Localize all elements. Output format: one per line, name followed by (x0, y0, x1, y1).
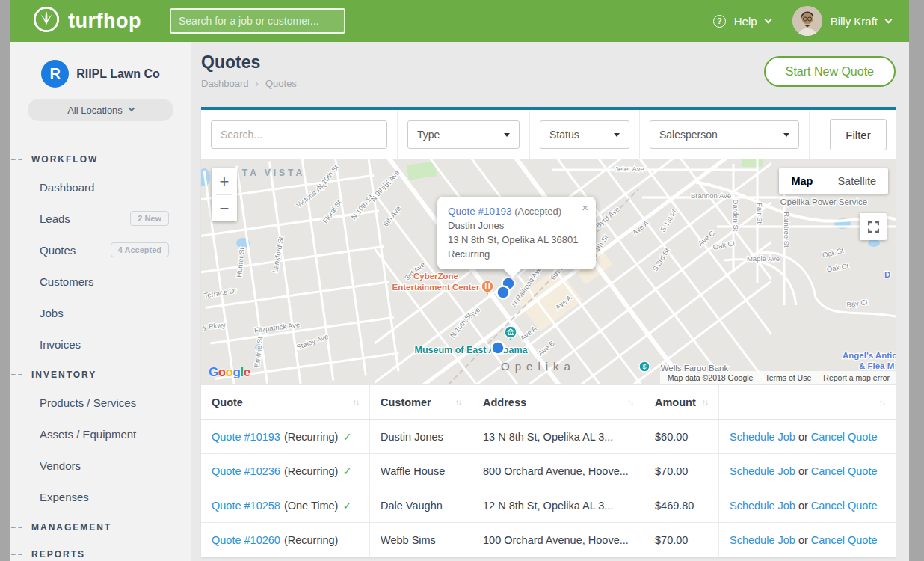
help-menu[interactable]: Help (734, 15, 757, 28)
infowindow-quote-link[interactable]: Quote #10193 (448, 206, 512, 217)
sidebar-item-leads[interactable]: Leads2 New (10, 203, 191, 234)
zoom-in-button[interactable]: + (212, 168, 237, 194)
column-header-quote[interactable]: Quote↑↓ (201, 385, 370, 419)
sidebar-item-badge: 2 New (130, 211, 169, 226)
google-logo[interactable]: Google (209, 365, 250, 380)
column-header-address[interactable]: Address↑↓ (472, 385, 644, 419)
sidebar-item-label: Leads (40, 212, 70, 225)
type-caret-icon (504, 133, 510, 137)
topbar-right: ? Help Billy Kraft (713, 6, 891, 36)
sidebar-section-inventory[interactable]: INVENTORY (10, 363, 191, 387)
section-label: MANAGEMENT (31, 522, 111, 533)
sidebar-item-label: Assets / Equipment (40, 428, 136, 441)
quote-link[interactable]: Quote #10258 (212, 500, 280, 512)
filter-type-group: Type (398, 110, 530, 159)
cancel-quote-link[interactable]: Cancel Quote (811, 534, 878, 546)
sort-icon[interactable]: ↑↓ (873, 398, 885, 406)
column-header-actions[interactable]: ↑↓ (719, 385, 896, 419)
zoom-out-button[interactable]: − (212, 195, 237, 221)
map-poi-cyberzone-line2[interactable]: Entertainment Center (392, 283, 480, 292)
sort-icon[interactable]: ↑↓ (449, 398, 461, 406)
breadcrumb-dashboard[interactable]: Dashboard (201, 78, 249, 89)
cancel-quote-link[interactable]: Cancel Quote (811, 465, 878, 477)
quote-cell: Quote #10193(Recurring)✓ (201, 420, 370, 453)
or-text: or (795, 465, 811, 477)
column-header-customer[interactable]: Customer↑↓ (370, 385, 472, 419)
sidebar-item-customers[interactable]: Customers (10, 266, 191, 297)
sidebar-section-reports[interactable]: REPORTS (10, 542, 191, 561)
accepted-check-icon: ✓ (342, 465, 351, 477)
wells-fargo-dollar-marker-icon[interactable]: $ (639, 361, 650, 372)
address-cell: 800 Orchard Avenue, Hoove... (472, 454, 644, 488)
sort-icon[interactable]: ↑↓ (347, 398, 359, 406)
sidebar-item-dashboard[interactable]: Dashboard (10, 171, 191, 203)
quote-type-label: (Recurring) (284, 465, 339, 477)
map-poi-cyberzone-line1[interactable]: CyberZone (413, 272, 458, 280)
map-poi-d-label[interactable]: D (884, 270, 890, 279)
quote-link[interactable]: Quote #10260 (212, 534, 280, 546)
map-poi-power-label[interactable]: Opelika Power Service (780, 197, 867, 206)
user-chevron-down-icon[interactable] (885, 16, 893, 23)
sidebar-item-assets-equipment[interactable]: Assets / Equipment (10, 418, 191, 450)
quote-map-marker[interactable] (497, 286, 510, 299)
quote-map-marker[interactable] (492, 342, 505, 355)
sidebar-item-jobs[interactable]: Jobs (10, 297, 191, 328)
quote-link[interactable]: Quote #10193 (212, 431, 280, 443)
start-new-quote-button[interactable]: Start New Quote (764, 56, 896, 87)
map-poi-angels-line2[interactable]: & Flea M (859, 361, 894, 370)
sidebar-item-quotes[interactable]: Quotes4 Accepted (10, 234, 191, 266)
schedule-job-link[interactable]: Schedule Job (730, 534, 795, 546)
sidebar-item-vendors[interactable]: Vendors (10, 450, 191, 481)
schedule-job-link[interactable]: Schedule Job (730, 465, 795, 477)
sort-icon[interactable]: ↑↓ (621, 398, 633, 406)
report-map-error-link[interactable]: Report a map error (823, 373, 890, 382)
type-select[interactable]: Type (407, 120, 520, 149)
quotes-map[interactable]: Victoria AveN 10th StFloral StN 10th StN… (201, 159, 896, 385)
brand-logo[interactable]: turfhop (32, 5, 141, 37)
map-type-satellite-button[interactable]: Satellite (825, 168, 888, 194)
infowindow-title-row: Quote #10193 (Accepted) (448, 204, 585, 218)
quote-table-row: Quote #10236(Recurring)✓Waffle House800 … (201, 454, 896, 488)
brand-name: turfhop (68, 10, 141, 33)
address-cell: 12 N 8th St, Opelika AL 3... (472, 488, 644, 522)
global-search-input[interactable] (170, 8, 345, 34)
infowindow-close-icon[interactable]: × (582, 202, 588, 213)
status-select[interactable]: Status (540, 120, 629, 149)
cancel-quote-link[interactable]: Cancel Quote (811, 500, 878, 512)
sidebar-item-products-services[interactable]: Products / Services (10, 387, 191, 418)
help-chevron-down-icon[interactable] (764, 16, 771, 23)
terms-of-use-link[interactable]: Terms of Use (765, 373, 811, 382)
section-label: WORKFLOW (31, 154, 98, 165)
map-type-map-button[interactable]: Map (779, 168, 825, 194)
sidebar-item-label: Dashboard (40, 181, 94, 194)
sidebar-item-label: Jobs (40, 307, 64, 319)
sort-icon[interactable]: ↑↓ (696, 398, 708, 406)
quote-link[interactable]: Quote #10236 (212, 465, 280, 477)
quotes-search-input[interactable] (211, 120, 387, 149)
column-label: Address (483, 396, 526, 408)
column-header-amount[interactable]: Amount↑↓ (644, 385, 719, 419)
filter-button-group: Filter (810, 110, 896, 159)
map-poi-angels-line1[interactable]: Angel's Antiqu (843, 351, 896, 360)
salesperson-select[interactable]: Salesperson (650, 120, 799, 149)
sidebar-item-expenses[interactable]: Expenses (10, 481, 191, 512)
sidebar-section-management[interactable]: MANAGEMENT (10, 515, 191, 539)
filter-button[interactable]: Filter (830, 119, 887, 150)
fullscreen-button[interactable] (860, 213, 887, 240)
map-street-label: Raintree St (783, 212, 791, 248)
user-name[interactable]: Billy Kraft (831, 15, 878, 28)
schedule-job-link[interactable]: Schedule Job (730, 431, 795, 443)
column-label: Quote (212, 396, 243, 408)
schedule-job-link[interactable]: Schedule Job (730, 500, 795, 512)
sidebar-item-label: Products / Services (40, 396, 136, 409)
sidebar-section-workflow[interactable]: WORKFLOW (10, 147, 191, 171)
quote-type-label: (Recurring) (284, 431, 339, 443)
user-avatar[interactable] (792, 6, 822, 36)
company-header[interactable]: R RIIPL Lawn Co (10, 42, 191, 88)
map-poi-museum-label[interactable]: Museum of East Alabama (415, 345, 529, 355)
sidebar-item-invoices[interactable]: Invoices (10, 328, 191, 360)
location-selector[interactable]: All Locations (28, 99, 173, 121)
map-infowindow: Quote #10193 (Accepted) Dustin Jones 13 … (437, 197, 596, 269)
cancel-quote-link[interactable]: Cancel Quote (811, 431, 878, 443)
column-label: Customer (381, 396, 431, 408)
